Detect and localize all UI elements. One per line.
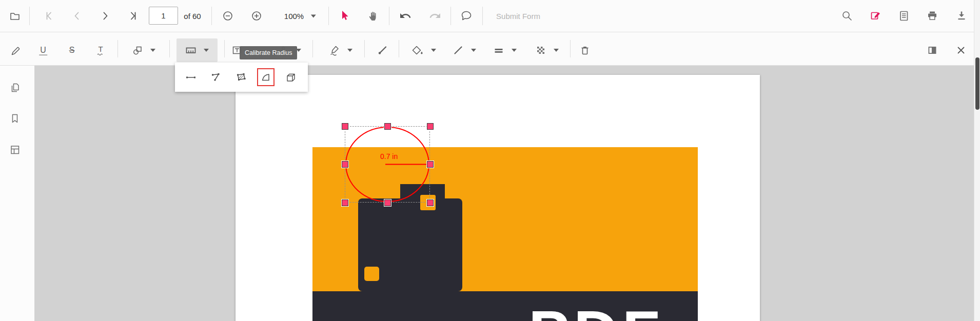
zoom-level-dropdown[interactable]: 100% (284, 12, 316, 21)
redo-button[interactable] (429, 10, 441, 22)
opacity-dropdown-button[interactable] (535, 45, 559, 56)
menu-item-calibrate-radius[interactable] (257, 68, 275, 86)
comment-button[interactable] (460, 10, 473, 22)
shapes-dropdown-button[interactable] (132, 45, 155, 56)
toolbar-separator (169, 40, 170, 57)
menu-item-calibrate-distance[interactable] (180, 67, 201, 88)
resize-handle-bottom-right[interactable] (427, 199, 434, 206)
annotation-selection-box[interactable] (345, 126, 430, 203)
calibrate-dropdown-button[interactable] (177, 38, 218, 62)
left-sidebar (0, 66, 35, 321)
chevron-down-icon (311, 14, 316, 17)
page-count-label: of 60 (184, 12, 201, 21)
sidebar-item-organize-pages[interactable] (9, 144, 21, 155)
toolbar-separator (399, 40, 399, 57)
zoom-level-value: 100% (284, 12, 304, 21)
print-icon (926, 10, 938, 22)
calibrate-distance-icon (185, 71, 197, 84)
search-button[interactable] (841, 10, 853, 22)
resize-handle-top-center[interactable] (384, 123, 391, 130)
toolbar-separator (211, 7, 212, 25)
squiggly-icon: T (97, 45, 104, 55)
resize-handle-top-right[interactable] (427, 123, 434, 130)
thickness-dropdown-button[interactable] (493, 45, 517, 56)
redo-icon (429, 10, 441, 22)
last-page-icon (128, 10, 139, 22)
toolbar-separator (389, 7, 389, 25)
submit-form-button[interactable]: Submit Form (496, 12, 540, 21)
strikethrough-tool-button[interactable]: S (68, 46, 76, 55)
toolbar-separator (450, 7, 451, 25)
underline-icon: U (39, 46, 47, 55)
chevron-down-icon (347, 49, 352, 52)
calibrate-perimeter-icon (210, 71, 222, 84)
stroke-color-dropdown-button[interactable] (453, 45, 476, 56)
zoom-out-button[interactable] (222, 10, 234, 22)
print-button[interactable] (926, 10, 938, 22)
chevron-down-icon (512, 49, 517, 52)
page-number-input[interactable] (149, 7, 178, 25)
zoom-in-button[interactable] (250, 10, 263, 22)
strikethrough-icon: S (68, 46, 76, 55)
comment-bubble-icon (460, 10, 473, 22)
pdf-page-canvas: PDF (236, 75, 760, 321)
search-icon (841, 10, 853, 22)
ink-brush-icon (377, 45, 388, 56)
close-toolbar-button[interactable] (955, 45, 967, 56)
annotation-edit-button[interactable] (870, 10, 882, 22)
squiggly-tool-button[interactable]: T (97, 45, 104, 55)
edit-annotation-icon (870, 10, 882, 22)
pan-tool-button[interactable] (367, 10, 380, 22)
chevron-down-icon (431, 49, 436, 52)
cursor-arrow-icon (339, 10, 351, 22)
resize-handle-bottom-center[interactable] (384, 199, 391, 206)
signature-dropdown-button[interactable] (329, 45, 352, 56)
resize-handle-middle-left[interactable] (342, 161, 348, 168)
opacity-checkerboard-icon (535, 45, 546, 56)
stroke-line-icon (453, 45, 464, 56)
underline-tool-button[interactable]: U (39, 46, 47, 55)
fill-color-dropdown-button[interactable] (411, 45, 436, 56)
tooltip: Calibrate Radius (240, 46, 297, 59)
next-page-button[interactable] (100, 10, 111, 22)
document-icon (898, 10, 910, 22)
resize-handle-top-left[interactable] (342, 123, 348, 130)
first-page-icon (43, 10, 54, 22)
sidebar-item-thumbnails[interactable] (9, 82, 21, 93)
radius-measurement-label: 0.7 in (380, 152, 398, 161)
highlighter-pen-icon (10, 45, 21, 56)
resize-handle-middle-right[interactable] (427, 161, 434, 168)
main-toolbar: of 60 100% (0, 0, 980, 32)
close-icon (955, 45, 967, 56)
selection-tool-button[interactable] (339, 10, 351, 22)
folder-open-icon (9, 10, 21, 22)
first-page-button[interactable] (43, 10, 54, 22)
fill-bucket-icon (411, 45, 424, 56)
menu-item-calibrate-volume[interactable] (280, 67, 301, 88)
delete-annotation-button[interactable] (579, 45, 591, 56)
open-file-button[interactable] (9, 10, 21, 22)
menu-item-calibrate-perimeter[interactable] (205, 67, 226, 88)
scrollbar-thumb[interactable] (975, 57, 979, 110)
chevron-right-icon (100, 10, 111, 22)
toolbar-separator (570, 40, 571, 57)
calibrate-dropdown-menu (175, 63, 308, 92)
download-button[interactable] (955, 10, 968, 22)
highlight-tool-button[interactable] (10, 45, 21, 56)
comment-panel-button[interactable] (927, 45, 938, 56)
last-page-button[interactable] (128, 10, 139, 22)
undo-button[interactable] (399, 10, 411, 22)
page-thumbnails-icon (9, 82, 21, 93)
resize-handle-bottom-left[interactable] (342, 199, 348, 206)
document-text-button[interactable] (898, 10, 910, 22)
chevron-left-icon (71, 10, 83, 22)
menu-item-calibrate-area[interactable] (230, 67, 251, 88)
zoom-out-icon (222, 10, 234, 22)
sidebar-item-bookmarks[interactable] (9, 113, 21, 124)
previous-page-button[interactable] (71, 10, 83, 22)
signature-pen-icon (329, 45, 340, 56)
chevron-down-icon (554, 49, 559, 52)
vertical-scrollbar[interactable] (974, 0, 980, 321)
ink-tool-button[interactable] (377, 45, 388, 56)
hand-icon (367, 10, 380, 22)
